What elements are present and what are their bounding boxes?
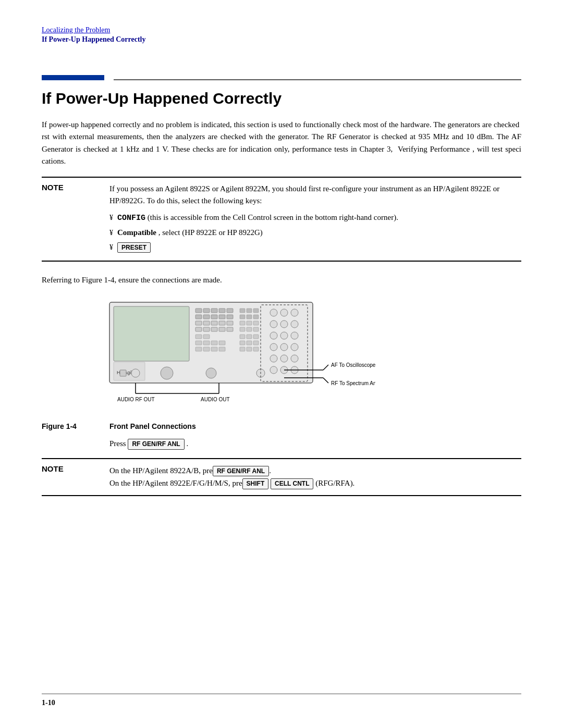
svg-text:AUDIO RF OUT: AUDIO RF OUT — [117, 397, 155, 402]
press-line: Press RF GEN/RF ANL . — [109, 439, 521, 450]
svg-rect-49 — [203, 347, 210, 351]
note2-section: NOTE On the HP/Agilent 8922A/B, preRF GE… — [42, 458, 521, 497]
page-number: 1-10 — [42, 699, 55, 707]
svg-text:AUDIO OUT: AUDIO OUT — [201, 397, 230, 402]
note2-line2-prefix: On the HP/Agilent 8922E/F/G/H/M/S, pre — [109, 479, 242, 487]
svg-rect-50 — [211, 347, 217, 351]
svg-rect-20 — [203, 327, 210, 331]
svg-point-58 — [270, 320, 277, 328]
svg-rect-28 — [247, 315, 252, 319]
note2-line1: On the HP/Agilent 8922A/B, preRF GEN/RF … — [109, 464, 521, 477]
note2-label: NOTE — [42, 464, 109, 490]
svg-rect-33 — [240, 327, 245, 331]
svg-rect-29 — [253, 315, 259, 319]
press-suffix: . — [186, 439, 188, 448]
cell-cntl-key[interactable]: CELL CNTL — [271, 478, 313, 489]
note2-line2-suffix: (RFG/RFA). — [315, 479, 354, 487]
svg-point-61 — [270, 332, 277, 339]
svg-rect-38 — [240, 335, 245, 339]
bullet-yen-1: ¥ — [109, 212, 113, 223]
svg-point-68 — [280, 355, 288, 362]
svg-rect-7 — [219, 309, 225, 313]
svg-rect-1 — [114, 306, 189, 361]
svg-rect-5 — [203, 309, 210, 313]
figure-area: HP Agilent — [83, 297, 521, 412]
svg-rect-40 — [253, 335, 259, 339]
svg-point-63 — [291, 332, 298, 339]
svg-rect-37 — [203, 335, 210, 339]
svg-point-56 — [280, 309, 288, 316]
figure-caption-row: Figure 1-4 Front Panel Connections — [42, 422, 521, 430]
svg-rect-25 — [247, 309, 252, 313]
svg-text:RF To Spectrum Analayzer: RF To Spectrum Analayzer — [331, 380, 375, 386]
svg-rect-15 — [203, 321, 210, 325]
svg-rect-18 — [227, 321, 233, 325]
svg-point-71 — [131, 369, 140, 377]
svg-rect-22 — [219, 327, 225, 331]
svg-text:AF To Oscilloscope: AF To Oscilloscope — [331, 362, 375, 368]
bullet-yen-2: ¥ — [109, 227, 113, 238]
svg-rect-42 — [203, 341, 210, 345]
figure-number: Figure 1-4 — [42, 422, 109, 430]
bullet3-content: PRESET — [117, 241, 151, 253]
svg-point-66 — [291, 343, 298, 351]
section-title: If Power-Up Happened Correctly — [42, 90, 521, 107]
svg-rect-52 — [240, 347, 245, 351]
svg-rect-27 — [240, 315, 245, 319]
svg-rect-24 — [240, 309, 245, 313]
svg-point-73 — [206, 368, 216, 378]
page-footer: 1-10 — [42, 694, 521, 708]
svg-rect-41 — [195, 341, 202, 345]
breadcrumb-current: If Power-Up Happened Correctly — [42, 35, 521, 44]
svg-line-85 — [323, 365, 328, 370]
svg-line-88 — [323, 378, 328, 383]
svg-rect-46 — [247, 341, 252, 345]
note2-line2: On the HP/Agilent 8922E/F/G/H/M/S, preSH… — [109, 477, 521, 490]
shift-key[interactable]: SHIFT — [242, 478, 269, 489]
breadcrumb-link[interactable]: Localizing the Problem — [42, 26, 521, 34]
figure-ref-text: Referring to Figure 1-4, ensure the conn… — [42, 274, 521, 286]
note2-line1-prefix: On the HP/Agilent 8922A/B, pre — [109, 466, 213, 475]
svg-rect-31 — [247, 321, 252, 325]
rf-gen-rf-anl-key[interactable]: RF GEN/RF ANL — [128, 439, 184, 450]
list-item: ¥ PRESET — [109, 241, 521, 253]
bullet2-content: Compatible , select (HP 8922E or HP 8922… — [117, 227, 263, 239]
svg-point-67 — [270, 355, 277, 362]
svg-point-62 — [280, 332, 288, 339]
footer-line — [42, 694, 521, 695]
svg-point-55 — [270, 309, 277, 316]
svg-rect-48 — [195, 347, 202, 351]
svg-rect-16 — [211, 321, 217, 325]
rf-gen-rf-anl-key2[interactable]: RF GEN/RF ANL — [213, 466, 269, 477]
svg-rect-39 — [247, 335, 252, 339]
bullet1-rest: (this is accessible from the Cell Contro… — [148, 213, 398, 221]
svg-rect-70 — [120, 370, 126, 376]
svg-point-65 — [280, 343, 288, 351]
title-bar-blue — [42, 75, 104, 80]
svg-rect-12 — [219, 315, 225, 319]
svg-point-60 — [291, 320, 298, 328]
svg-rect-6 — [211, 309, 217, 313]
svg-point-72 — [161, 367, 173, 379]
preset-key[interactable]: PRESET — [117, 242, 151, 253]
list-item: ¥ Compatible , select (HP 8922E or HP 89… — [109, 227, 521, 239]
press-prefix: Press — [109, 439, 126, 448]
note1-text: If you possess an Agilent 8922S or Agile… — [109, 184, 501, 205]
note2-content: On the HP/Agilent 8922A/B, preRF GEN/RF … — [109, 464, 521, 490]
svg-rect-34 — [247, 327, 252, 331]
bullet2-rest: , select (HP 8922E or HP 8922G) — [158, 228, 263, 237]
bullet-yen-3: ¥ — [109, 242, 113, 253]
note1-section: NOTE If you possess an Agilent 8922S or … — [42, 177, 521, 262]
svg-rect-54 — [253, 347, 259, 351]
svg-rect-32 — [253, 321, 259, 325]
svg-rect-44 — [219, 341, 225, 345]
svg-rect-30 — [240, 321, 245, 325]
svg-point-59 — [280, 320, 288, 328]
note1-label: NOTE — [42, 183, 109, 255]
svg-rect-51 — [219, 347, 225, 351]
body-paragraph: If power-up happened correctly and no pr… — [42, 119, 521, 167]
svg-rect-4 — [195, 309, 202, 313]
svg-rect-23 — [227, 327, 233, 331]
page: Localizing the Problem If Power-Up Happe… — [0, 0, 563, 728]
svg-rect-21 — [211, 327, 217, 331]
